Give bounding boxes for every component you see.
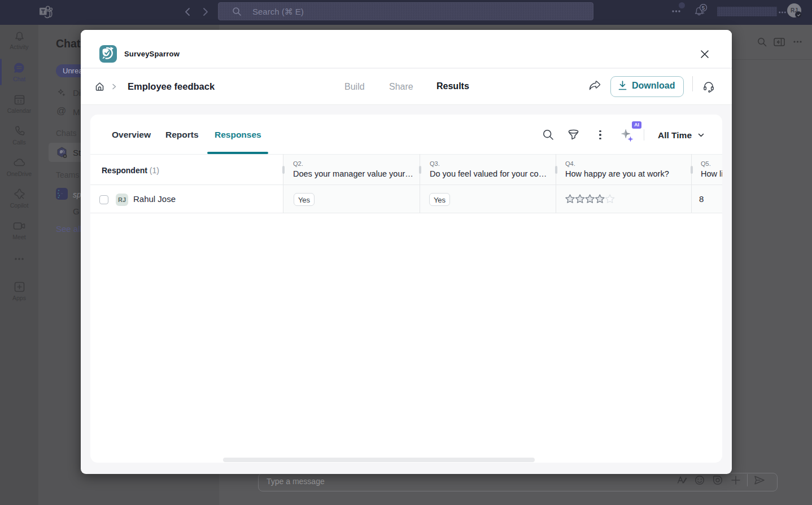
svg-text:5: 5 xyxy=(702,5,705,11)
